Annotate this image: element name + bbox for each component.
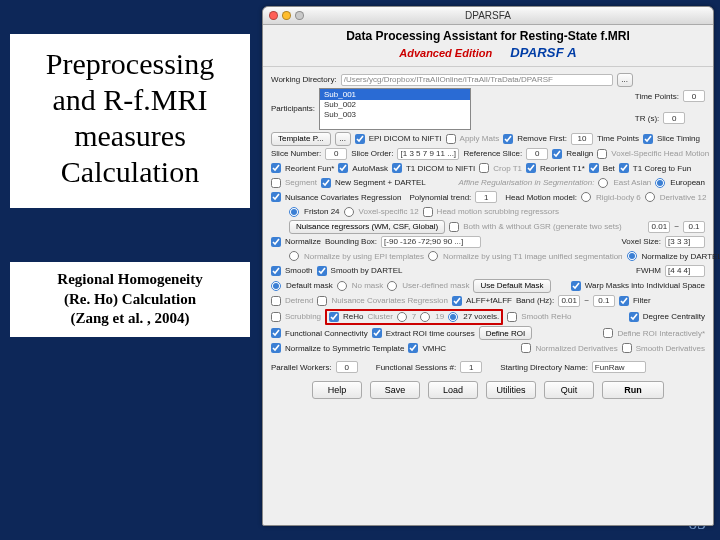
c27-radio[interactable] (448, 312, 458, 322)
reho-checkbox[interactable] (329, 312, 339, 322)
smooth-deriv-checkbox[interactable] (622, 343, 632, 353)
epi-nifti-checkbox[interactable] (355, 134, 365, 144)
nuisance-checkbox[interactable] (271, 192, 281, 202)
add-gs-checkbox[interactable] (449, 222, 459, 232)
newseg-checkbox[interactable] (321, 178, 331, 188)
norm-deriv-checkbox[interactable] (521, 343, 531, 353)
wd-input[interactable] (341, 74, 613, 86)
automask-checkbox[interactable] (338, 163, 348, 173)
time-points-input[interactable] (683, 90, 705, 102)
wd-browse-button[interactable]: ... (617, 73, 633, 87)
vmhc-checkbox[interactable] (408, 343, 418, 353)
norm-epi-radio[interactable] (289, 251, 299, 261)
list-item[interactable]: Sub_003 (320, 110, 470, 120)
realign-checkbox[interactable] (552, 149, 562, 159)
fs-input[interactable] (460, 361, 482, 373)
no-mask-radio[interactable] (337, 281, 347, 291)
norm-t1-radio[interactable] (428, 251, 438, 261)
pw-input[interactable] (336, 361, 358, 373)
t1-nifti-checkbox[interactable] (392, 163, 402, 173)
band-hi-input[interactable] (593, 295, 615, 307)
fc-checkbox[interactable] (271, 328, 281, 338)
filter-checkbox[interactable] (619, 296, 629, 306)
detrend-checkbox[interactable] (271, 296, 281, 306)
ref-slice-input[interactable] (526, 148, 548, 160)
window-title: DPARSFA (465, 10, 511, 21)
save-button[interactable]: Save (370, 381, 420, 399)
bbox-input[interactable] (381, 236, 481, 248)
smooth-dartel-checkbox[interactable] (317, 266, 327, 276)
run-button[interactable]: Run (602, 381, 664, 399)
norm-sym-checkbox[interactable] (271, 343, 281, 353)
slice-timing-checkbox[interactable] (643, 134, 653, 144)
nuis2-checkbox[interactable] (317, 296, 327, 306)
tr-input[interactable] (663, 112, 685, 124)
sd-input[interactable] (592, 361, 646, 373)
apply-mats-checkbox[interactable] (446, 134, 456, 144)
list-item[interactable]: Sub_002 (320, 100, 470, 110)
zoom-icon[interactable] (295, 11, 304, 20)
utilities-button[interactable]: Utilities (486, 381, 536, 399)
default-mask-radio[interactable] (271, 281, 281, 291)
smooth-checkbox[interactable] (271, 266, 281, 276)
fwhm-input[interactable] (665, 265, 705, 277)
reorient-t1-label: Reorient T1* (540, 164, 585, 173)
close-icon[interactable] (269, 11, 278, 20)
warp-masks-checkbox[interactable] (571, 281, 581, 291)
reho-highlight: ReHo Cluster 7 19 27 voxels. (325, 309, 503, 325)
bet-checkbox[interactable] (589, 163, 599, 173)
east-asian-radio[interactable] (598, 178, 608, 188)
roi-tc-checkbox[interactable] (372, 328, 382, 338)
list-item[interactable]: Sub_001 (320, 89, 470, 100)
remove-first-input[interactable] (571, 133, 593, 145)
segment-checkbox[interactable] (271, 178, 281, 188)
gsr-lo-input[interactable] (648, 221, 670, 233)
edition-label: Advanced Edition (399, 47, 492, 59)
warp-masks-label: Warp Masks into Individual Space (585, 281, 705, 290)
band-lo-input[interactable] (558, 295, 580, 307)
polytrend-input[interactable] (475, 191, 497, 203)
scrub-reg-checkbox[interactable] (423, 207, 433, 217)
quit-button[interactable]: Quit (544, 381, 594, 399)
load-button[interactable]: Load (428, 381, 478, 399)
gsr-hi-input[interactable] (683, 221, 705, 233)
slice-number-input[interactable] (325, 148, 347, 160)
titlebar[interactable]: DPARSFA (263, 7, 713, 25)
reorient-t1-checkbox[interactable] (526, 163, 536, 173)
norm-dartel-radio[interactable] (627, 251, 637, 261)
minimize-icon[interactable] (282, 11, 291, 20)
crop-t1-checkbox[interactable] (479, 163, 489, 173)
voxsize-input[interactable] (665, 236, 705, 248)
define-roi-button[interactable]: Define ROI (479, 326, 533, 340)
scrubbing-checkbox[interactable] (271, 312, 281, 322)
t1coreg-checkbox[interactable] (619, 163, 629, 173)
smooth-reho-checkbox[interactable] (507, 312, 517, 322)
cluster-label: Cluster (367, 312, 392, 321)
normalize-checkbox[interactable] (271, 237, 281, 247)
rigid6-radio[interactable] (581, 192, 591, 202)
use-default-mask-button[interactable]: Use Default Mask (473, 279, 550, 293)
participants-list[interactable]: Sub_001 Sub_002 Sub_003 (319, 88, 471, 130)
roi-tc-label: Extract ROI time courses (386, 329, 475, 338)
remove-first-checkbox[interactable] (503, 134, 513, 144)
c7-radio[interactable] (397, 312, 407, 322)
norm-sym-label: Normalize to Symmetric Template (285, 344, 404, 353)
dc-checkbox[interactable] (629, 312, 639, 322)
template-button[interactable]: Template P... (271, 132, 331, 146)
user-mask-radio[interactable] (387, 281, 397, 291)
help-button[interactable]: Help (312, 381, 362, 399)
voxel-hm-checkbox[interactable] (597, 149, 607, 159)
deriv12-radio[interactable] (645, 192, 655, 202)
slice-order-input[interactable] (397, 148, 459, 160)
template-menu-button[interactable]: ... (335, 132, 351, 146)
slide-sub-l1: Regional Homogeneity (24, 270, 236, 290)
def-roi-int-checkbox[interactable] (603, 328, 613, 338)
voxel12-radio[interactable] (344, 207, 354, 217)
nuis-reg-button[interactable]: Nuisance regressors (WM, CSF, Global) (289, 220, 445, 234)
european-radio[interactable] (655, 178, 665, 188)
reorient-fun-checkbox[interactable] (271, 163, 281, 173)
alff-checkbox[interactable] (452, 296, 462, 306)
friston24-radio[interactable] (289, 207, 299, 217)
c19-radio[interactable] (420, 312, 430, 322)
bet-label: Bet (603, 164, 615, 173)
